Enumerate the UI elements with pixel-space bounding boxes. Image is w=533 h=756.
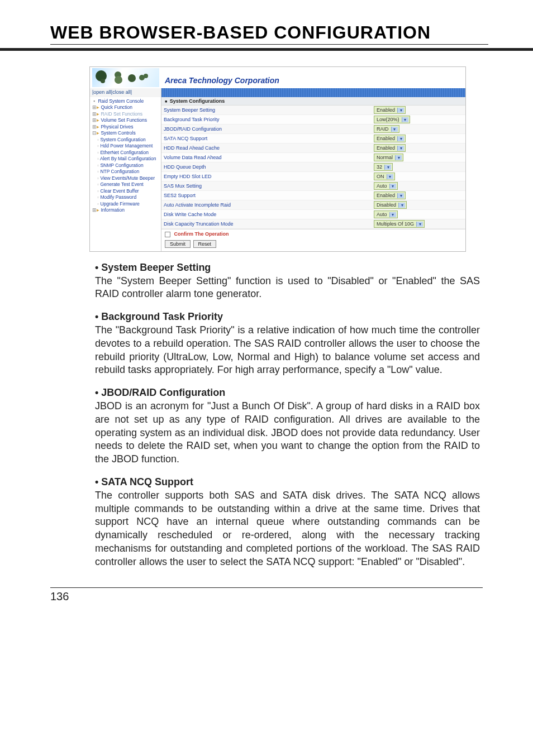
tree-physical-drives[interactable]: ⊞▸ Physical Drives [92, 124, 159, 130]
chevron-down-icon: ▾ [397, 146, 404, 151]
tree-volume-set-functions[interactable]: ⊞▸ Volume Set Functions [92, 117, 159, 123]
chevron-down-icon: ▾ [391, 127, 398, 132]
tree-item-upgrade-firmware[interactable]: ▫ Upgrade Firmware [97, 201, 159, 207]
page-number: 136 [50, 587, 483, 603]
setting-row-sata-ncq: SATA NCQ Support Enabled▾ [161, 134, 465, 143]
setting-label: SAS Mux Setting [164, 183, 374, 189]
section-body-beeper: The "System Beeper Setting" function is … [95, 275, 480, 302]
chevron-down-icon: ▾ [398, 203, 405, 208]
tree-system-controls[interactable]: ⊟▸ System Controls ▫ System Configuratio… [92, 130, 159, 207]
chevron-down-icon: ▾ [397, 193, 404, 198]
section-heading-background: • Background Task Priority [95, 311, 480, 323]
system-configurations-panel: ■ System Configurations System Beeper Se… [161, 97, 465, 251]
setting-row-background-task: Background Task Priority Low(20%)▾ [161, 115, 465, 125]
form-buttons: Submit Reset [161, 239, 465, 251]
setting-select-ses2[interactable]: Enabled▾ [374, 192, 406, 199]
chevron-down-icon: ▾ [416, 222, 423, 227]
brand-logo [90, 67, 161, 88]
chevron-down-icon: ▾ [389, 212, 396, 217]
setting-select-sata-ncq[interactable]: Enabled▾ [374, 135, 406, 142]
tree-item-modify-password[interactable]: ▫ Modify Password [97, 194, 159, 200]
submit-button[interactable]: Submit [165, 240, 191, 248]
config-section-title: ■ System Configurations [161, 97, 465, 106]
tree-information[interactable]: ⊞▸ Information [92, 207, 159, 213]
tree-item-alert-by-mail[interactable]: ▫ Alert By Mail Configuration [97, 156, 159, 162]
navigation-tree: ▪ Raid System Console ⊞▸ Quick Function … [90, 97, 161, 251]
setting-select-sas-mux[interactable]: Auto▾ [374, 182, 398, 190]
setting-select-hdd-read-ahead[interactable]: Enabled▾ [374, 144, 406, 152]
confirm-operation-row: Confirm The Operation [161, 229, 465, 239]
tree-toggle-links[interactable]: |open all|close all| [90, 88, 161, 97]
setting-row-system-beeper: System Beeper Setting Enabled▾ [161, 106, 465, 115]
corporation-title: Areca Technology Corporation [161, 76, 279, 88]
setting-select-system-beeper[interactable]: Enabled▾ [374, 106, 406, 114]
panel-header: Areca Technology Corporation [90, 67, 465, 88]
section-body-jbod: JBOD is an acronym for "Just a Bunch Of … [95, 400, 480, 466]
tree-raid-set-functions[interactable]: ⊞▸ RAID Set Functions [92, 111, 159, 117]
tree-item-generate-test-event[interactable]: ▫ Generate Test Event [97, 181, 159, 188]
setting-label: SATA NCQ Support [164, 136, 374, 141]
setting-select-jbod-raid[interactable]: RAID▾ [374, 125, 399, 133]
section-heading-jbod: • JBOD/RAID Configuration [95, 387, 480, 399]
chevron-down-icon: ▾ [387, 174, 393, 179]
tree-item-clear-event-buffer[interactable]: ▫ Clear Event Buffer [97, 188, 159, 194]
setting-label: Background Task Priority [164, 117, 374, 122]
setting-select-hdd-queue-depth[interactable]: 32▾ [374, 163, 393, 171]
page-title-text: WEB BROWSER-BASED CONFIGURATION [50, 22, 431, 42]
chevron-down-icon: ▾ [397, 136, 404, 141]
setting-label: HDD Queue Depth [164, 164, 374, 170]
setting-label: Disk Write Cache Mode [164, 212, 374, 217]
setting-row-auto-activate: Auto Activate Incomplete Raid Disabled▾ [161, 200, 465, 210]
tree-root[interactable]: ▪ Raid System Console [92, 98, 159, 104]
chevron-down-icon: ▾ [402, 117, 408, 122]
setting-row-hdd-read-ahead: HDD Read Ahead Cache Enabled▾ [161, 143, 465, 153]
tree-item-snmp-configuration[interactable]: ▫ SNMP Configuration [97, 162, 159, 169]
chevron-down-icon: ▾ [384, 165, 391, 170]
section-heading-ncq: • SATA NCQ Support [95, 476, 480, 488]
setting-select-volume-read-ahead[interactable]: Normal▾ [374, 154, 403, 161]
chevron-down-icon: ▾ [389, 184, 396, 189]
confirm-label: Confirm The Operation [174, 231, 229, 237]
tree-item-system-configuration[interactable]: ▫ System Configuration [97, 137, 159, 143]
section-heading-beeper: • System Beeper Setting [95, 262, 480, 274]
tree-item-ethernet-configuration[interactable]: ▫ EtherNet Configuration [97, 150, 159, 156]
tree-item-view-events[interactable]: ▫ View Events/Mute Beeper [97, 175, 159, 181]
setting-select-background-task[interactable]: Low(20%)▾ [374, 116, 410, 123]
reset-button[interactable]: Reset [193, 240, 217, 248]
chevron-down-icon: ▾ [395, 155, 402, 160]
tree-item-ntp-configuration[interactable]: ▫ NTP Configuration [97, 169, 159, 175]
setting-row-volume-read-ahead: Volume Data Read Ahead Normal▾ [161, 153, 465, 162]
header-stripe [161, 88, 465, 97]
setting-select-empty-slot-led[interactable]: ON▾ [374, 173, 395, 180]
setting-label: System Beeper Setting [164, 107, 374, 113]
section-body-ncq: The controller supports both SAS and SAT… [95, 489, 480, 569]
section-body-background: The "Background Task Priority" is a rela… [95, 324, 480, 377]
setting-label: Empty HDD Slot LED [164, 174, 374, 179]
setting-select-auto-activate[interactable]: Disabled▾ [374, 201, 407, 209]
setting-row-disk-write-cache: Disk Write Cache Mode Auto▾ [161, 210, 465, 219]
document-content: • System Beeper Setting The "System Beep… [95, 262, 480, 569]
setting-label: HDD Read Ahead Cache [164, 145, 374, 151]
setting-row-truncation: Disk Capacity Truncation Mode Multiples … [161, 219, 465, 229]
setting-label: Volume Data Read Ahead [164, 155, 374, 160]
setting-select-truncation[interactable]: Multiples Of 10G▾ [374, 220, 425, 228]
setting-row-hdd-queue-depth: HDD Queue Depth 32▾ [161, 162, 465, 172]
page-title: WEB BROWSER-BASED CONFIGURATION [0, 22, 533, 51]
setting-label: JBOD/RAID Configuration [164, 126, 374, 132]
tree-item-hdd-power-management[interactable]: ▫ Hdd Power Management [97, 143, 159, 149]
setting-row-jbod-raid: JBOD/RAID Configuration RAID▾ [161, 125, 465, 134]
setting-label: SES2 Support [164, 193, 374, 198]
setting-row-ses2: SES2 Support Enabled▾ [161, 191, 465, 200]
config-screenshot: Areca Technology Corporation |open all|c… [89, 66, 466, 252]
setting-row-sas-mux: SAS Mux Setting Auto▾ [161, 181, 465, 191]
setting-label: Disk Capacity Truncation Mode [164, 221, 374, 227]
setting-label: Auto Activate Incomplete Raid [164, 202, 374, 208]
setting-select-disk-write-cache[interactable]: Auto▾ [374, 210, 398, 218]
confirm-checkbox[interactable] [165, 232, 170, 237]
chevron-down-icon: ▾ [397, 108, 404, 113]
setting-row-empty-slot-led: Empty HDD Slot LED ON▾ [161, 172, 465, 181]
tree-quick-function[interactable]: ⊞▸ Quick Function [92, 104, 159, 111]
